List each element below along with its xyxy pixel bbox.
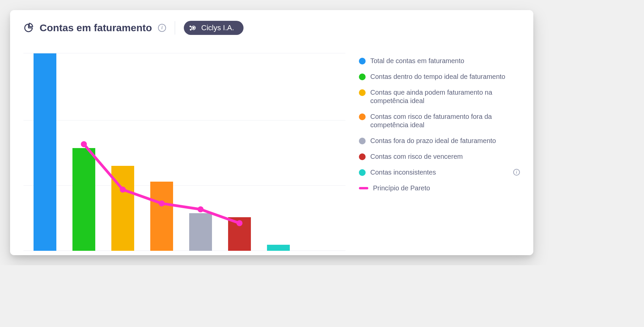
bar[interactable]: [267, 245, 290, 251]
legend-label: Princípio de Pareto: [373, 184, 520, 192]
card-header: Contas em faturamento i Ciclys I.A.: [23, 21, 520, 35]
legend-dot-marker: [359, 138, 366, 144]
legend-item[interactable]: Contas com risco de vencerem: [359, 152, 520, 161]
info-icon[interactable]: i: [513, 169, 520, 176]
legend-label: Contas com risco de vencerem: [370, 152, 520, 161]
legend-dot-marker: [359, 74, 366, 80]
legend-dot-marker: [359, 89, 366, 96]
legend-dot-marker: [359, 113, 366, 120]
bar[interactable]: [150, 182, 173, 251]
legend-dot-marker: [359, 169, 366, 176]
chart-legend: Total de contas em faturamentoContas den…: [359, 53, 520, 251]
bar-chart: [23, 53, 345, 251]
ai-pill-label: Ciclys I.A.: [201, 24, 234, 32]
pie-chart-icon: [23, 23, 34, 33]
bar[interactable]: [228, 217, 251, 251]
legend-item[interactable]: Contas dentro do tempo ideal de faturame…: [359, 73, 520, 81]
card-title: Contas em faturamento: [40, 22, 152, 34]
bar[interactable]: [72, 148, 95, 251]
legend-item[interactable]: Contas fora do prazo ideal de faturament…: [359, 137, 520, 145]
legend-label: Contas que ainda podem faturamento na co…: [370, 88, 520, 105]
legend-item[interactable]: Contas inconsistentesi: [359, 168, 520, 177]
legend-label: Contas com risco de faturamento fora da …: [370, 112, 520, 129]
bar[interactable]: [189, 213, 212, 251]
legend-item[interactable]: Contas com risco de faturamento fora da …: [359, 112, 520, 129]
bar[interactable]: [111, 166, 134, 251]
card-body: Total de contas em faturamentoContas den…: [23, 53, 520, 251]
legend-line-marker: [359, 187, 368, 189]
info-icon[interactable]: i: [158, 24, 166, 32]
legend-dot-marker: [359, 58, 366, 64]
legend-label: Total de contas em faturamento: [370, 57, 520, 65]
legend-label: Contas inconsistentes: [370, 168, 511, 177]
legend-label: Contas dentro do tempo ideal de faturame…: [370, 73, 520, 81]
legend-item[interactable]: Princípio de Pareto: [359, 184, 520, 192]
bar[interactable]: [34, 53, 56, 251]
ai-pill-button[interactable]: Ciclys I.A.: [184, 21, 244, 35]
chart-card: Contas em faturamento i Ciclys I.A. Tota…: [10, 10, 533, 255]
legend-label: Contas fora do prazo ideal de faturament…: [370, 137, 520, 145]
legend-item[interactable]: Total de contas em faturamento: [359, 57, 520, 65]
vertical-divider: [175, 21, 175, 35]
svg-point-1: [193, 27, 194, 29]
legend-dot-marker: [359, 153, 366, 160]
chart-area: [23, 53, 345, 251]
legend-item[interactable]: Contas que ainda podem faturamento na co…: [359, 88, 520, 105]
